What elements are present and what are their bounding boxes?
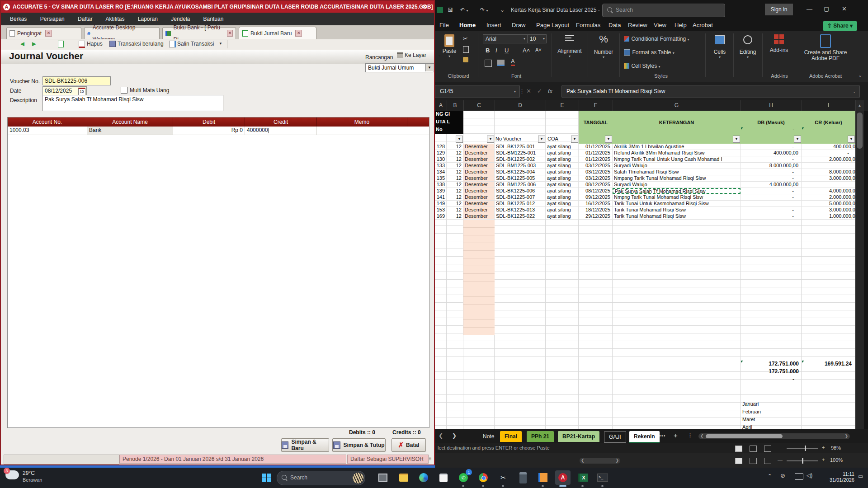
simpan-tutup-button[interactable]: Simpan & Tutup [332,438,386,452]
font-size-select[interactable]: 10▾ [527,34,547,43]
cell-date[interactable]: 03/12/2025 [579,163,613,169]
tab-page-layout[interactable]: Page Layout [535,20,570,31]
zoom-in-icon[interactable]: + [822,457,825,462]
tab-pengingat[interactable]: Pengingat✕ [6,27,81,39]
tab-view[interactable]: View [653,20,667,31]
page-layout-view-icon[interactable] [750,446,757,452]
editing-button[interactable]: Editing▾ [736,33,760,59]
cell-db[interactable]: - [741,201,802,206]
cell-desc[interactable]: Nmpng Tarik Tunai Mohamad Risqi Sisw [613,194,741,200]
cell-coa[interactable]: ayat silang [546,182,579,188]
confirm-entry-icon[interactable]: ✓ [537,88,542,94]
cell-desc[interactable]: Tarik Tunai Mohamad Risqi Sisw [613,207,741,213]
accurate-taskbar-icon[interactable]: A [555,470,571,485]
cell-coa[interactable]: ayat silang [546,194,579,200]
sheet-row-129[interactable]: 12912DesemberSDL-BM1225-001ayat silang01… [435,150,855,156]
vertical-scrollbar[interactable] [855,111,864,429]
forward-icon[interactable]: ► [31,40,38,47]
tray-clock[interactable]: 11:11 31/01/2026 [823,471,854,483]
cell-voucher[interactable]: SDL-BK1225-022 [495,213,546,219]
resize-grip[interactable]: ⠿ [429,456,432,461]
cell-db[interactable]: - [741,188,802,194]
name-box[interactable]: G145▾ [435,85,520,98]
cast-display-icon[interactable] [795,473,803,480]
sheet-row-139[interactable]: 13912DesemberSDL-BK1225-006ayat silang08… [435,188,855,194]
col-credit[interactable]: Credit [245,117,317,127]
cell-day[interactable]: 12 [447,194,463,200]
normal-view-icon[interactable] [735,446,742,452]
voucher-no-input[interactable]: SDL-BK1225-006 [42,76,111,85]
cell-cr[interactable]: 2.000.000,0 [802,194,855,200]
alignment-button[interactable]: Alignment▾ [555,33,584,58]
cell-cr[interactable]: 5.000.000,0 [802,201,855,206]
cell-desc[interactable]: Salah Tfmohamad Risqi Sisw [613,169,741,175]
description-input[interactable]: Pak Surya Salah Tf Mohamad Risqi Sisw [42,95,223,111]
cell-credit[interactable]: 4000000 [245,127,317,135]
cell-db[interactable]: 8.000.000,00 [741,163,802,169]
cell-month[interactable]: Desember [463,213,495,219]
minimize-button[interactable]: — [409,1,414,13]
redo-icon[interactable]: ↷ ▾ [480,0,488,21]
start-button[interactable] [259,470,274,485]
tab-data[interactable]: Data [608,20,622,31]
cell-no[interactable]: 139 [435,188,447,194]
scrollbar-thumb[interactable] [857,113,863,149]
cell-coa[interactable]: ayat silang [546,213,579,219]
formula-options-icon[interactable]: ⋮ [519,88,525,94]
filter-dropdown-icon[interactable]: ▼ [733,136,740,143]
sheet-row-128[interactable]: 12812DesemberSDL-BK1225-001ayat silang01… [435,144,855,150]
chevron-down-icon[interactable]: ▼ [219,42,222,46]
close-tab-icon[interactable]: ✕ [45,30,52,37]
cell-date[interactable]: 01/12/2025 [579,156,613,162]
cell-day[interactable]: 12 [447,213,463,219]
close-button[interactable]: ✕ [842,5,847,12]
format-painter-icon[interactable] [463,57,468,62]
sheet-row-149[interactable]: 14912DesemberSDL-BK1225-012ayat silang16… [435,201,855,207]
cell-coa[interactable]: ayat silang [546,150,579,156]
cell-date[interactable]: 03/12/2025 [579,175,613,181]
cell-day[interactable]: 12 [447,156,463,162]
date-input[interactable]: 08/12/2025 15 [42,86,87,95]
cell-no[interactable]: 169 [435,213,447,219]
cell-db[interactable]: - [741,213,802,219]
cell-voucher[interactable]: SDL-BK1225-001 [495,144,546,150]
cell-month[interactable]: Desember [463,169,495,175]
sheet-row-141[interactable]: 14112DesemberSDL-BK1225-007ayat silang09… [435,194,855,201]
font-color-icon[interactable]: A [511,58,515,66]
page-break-view-icon[interactable] [764,446,771,452]
cell-db[interactable]: - [741,144,802,150]
menu-daftar[interactable]: Daftar [78,16,93,22]
copy-page-icon[interactable] [58,41,64,47]
quick-access-icon[interactable]: ⌄ [500,0,505,20]
month-label[interactable]: Februari [742,409,761,414]
transaksi-berulang-button[interactable]: Transaksi berulang [118,41,164,47]
simpan-baru-button[interactable]: Simpan & Baru [281,438,329,452]
decrease-font-icon[interactable]: A˅ [535,47,542,52]
cell-no[interactable]: 135 [435,175,447,181]
normal-view-icon[interactable] [735,458,742,464]
cell-no[interactable]: 130 [435,156,447,162]
cell-date[interactable]: 01/12/2025 [579,150,613,156]
cell-voucher[interactable]: SDL-BK1225-002 [495,156,546,162]
paste-button[interactable]: Paste▾ [440,33,458,69]
calculator-icon[interactable] [515,470,531,485]
cell-voucher[interactable]: SDL-BM1225-003 [495,163,546,169]
ke-layar-button[interactable]: Ke Layar ▼ [397,52,434,61]
page-break-view-icon[interactable] [764,458,771,464]
addins-button[interactable]: Add-ins [766,33,792,53]
italic-button[interactable]: I [495,47,497,54]
page-layout-view-icon[interactable] [750,458,757,464]
cell-db[interactable]: - [741,194,802,200]
column-header-H[interactable]: H [741,100,802,111]
column-header-A[interactable]: A [435,100,447,111]
journal-line-row[interactable]: 1000.03 Bank Rp 0 4000000 [8,127,429,135]
cell-cr[interactable]: 1.000.000,0 [802,213,855,219]
increase-font-icon[interactable]: A˄ [523,47,530,54]
zoom-slider-thumb[interactable] [802,458,803,464]
cell-db[interactable]: - [741,175,802,181]
cell-cr[interactable]: 3.000.000,0 [802,207,855,213]
cell-desc[interactable]: Suryadi Walujo [613,182,741,188]
cell-date[interactable]: 03/12/2025 [579,169,613,175]
fx-icon[interactable]: fx [548,88,552,94]
cell-voucher[interactable]: SDL-BM1225-006 [495,182,546,188]
